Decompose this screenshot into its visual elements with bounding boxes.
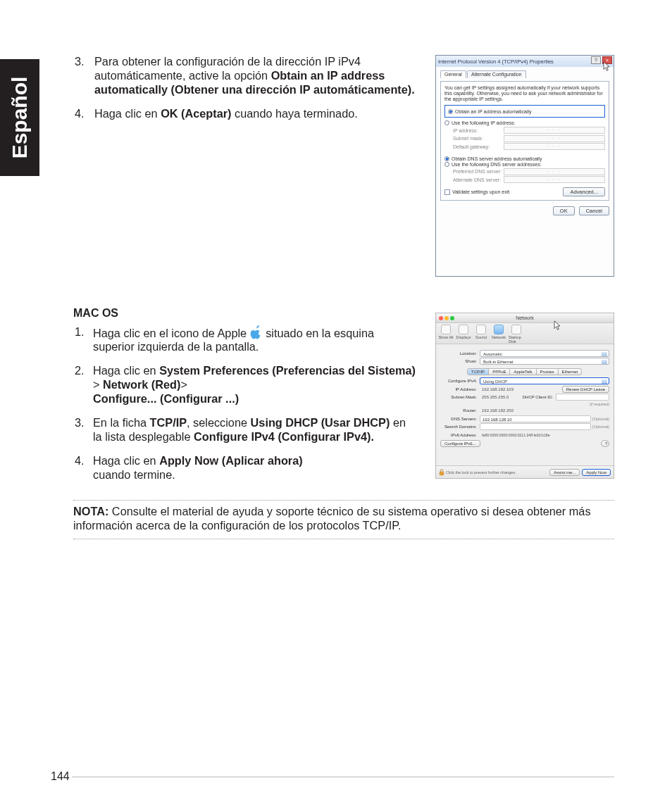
cancel-button[interactable]: Cancel — [579, 206, 609, 215]
subnet-field[interactable] — [504, 135, 605, 142]
location-select[interactable]: Automatic — [480, 350, 609, 357]
radio-use-dns[interactable]: Use the following DNS server addresses: — [444, 162, 605, 167]
subtab-pppoe[interactable]: PPPoE — [488, 368, 510, 375]
assist-me-button[interactable]: Assist me... — [549, 469, 580, 476]
subtab-tcpip[interactable]: TCP/IP — [467, 368, 489, 375]
ip-address-field[interactable] — [504, 127, 605, 134]
label-ip: IP address: — [453, 128, 504, 133]
dotted-divider — [73, 500, 614, 501]
select-value: Built-in Ethernet — [483, 358, 514, 365]
mac-step-1: Haga clic en el icono de Apple situado e… — [93, 325, 417, 355]
label-ipv6: IPv6 Address: — [440, 433, 480, 437]
label-location: Location: — [440, 351, 480, 356]
renew-lease-button[interactable]: Renew DHCP Lease — [562, 386, 609, 393]
note-label: NOTA: — [73, 505, 108, 517]
windows-ipv4-dialog: Internet Protocol Version 4 (TCP/IPv4) P… — [435, 55, 614, 277]
close-button[interactable]: × — [602, 56, 612, 64]
bold-text: Apply Now (Aplicar ahora) — [159, 454, 303, 467]
label-gateway: Default gateway: — [453, 144, 504, 149]
page-footer-line — [72, 777, 614, 777]
network-icon — [494, 325, 504, 334]
page-number: 144 — [51, 770, 70, 783]
text: Haga clic en el icono de Apple — [93, 327, 250, 339]
subtab-proxies[interactable]: Proxies — [536, 368, 559, 375]
checkbox-label: Validate settings upon exit — [452, 189, 509, 194]
toolbar-sound[interactable]: Sound — [473, 325, 489, 339]
windows-step-4: Haga clic en OK (Aceptar) cuando haya te… — [93, 107, 417, 121]
mac-titlebar[interactable]: Network — [436, 313, 614, 323]
toolbar-network[interactable]: Network — [491, 325, 506, 339]
label-subnet: Subnet mask: — [453, 136, 504, 141]
note-paragraph: NOTA: Consulte el material de ayuda y so… — [73, 505, 614, 533]
radio-obtain-ip[interactable]: Obtain an IP address automatically — [448, 109, 602, 114]
search-domains-field[interactable] — [480, 423, 591, 430]
advanced-button[interactable]: Advanced... — [563, 187, 605, 196]
dhcp-client-id-field[interactable] — [556, 394, 609, 401]
tab-general[interactable]: General — [440, 70, 466, 78]
apply-now-button[interactable]: Apply Now — [582, 469, 611, 476]
dialog-description: You can get IP settings assigned automat… — [444, 85, 605, 102]
configure-ipv6-button[interactable]: Configure IPv6... — [440, 440, 480, 447]
help-button[interactable]: ? — [601, 440, 609, 447]
label-alt-dns: Alternate DNS server: — [453, 177, 504, 182]
radio-use-ip[interactable]: Use the following IP address: — [444, 120, 605, 125]
tab-alternate[interactable]: Alternate Configuration — [467, 70, 526, 78]
label-configure-ipv4: Configure IPv4: — [440, 379, 480, 383]
mac-toolbar: Show All Displays Sound Network Startup … — [436, 323, 614, 344]
radio-icon — [444, 162, 449, 167]
label-dns: DNS Servers: — [440, 417, 480, 421]
language-tab: Español — [0, 59, 39, 176]
dns-servers-field[interactable]: 192.168.128.10 — [480, 415, 591, 422]
toolbar-displays[interactable]: Displays — [456, 325, 471, 339]
toolbar-label: Displays — [456, 335, 471, 339]
ok-button[interactable]: OK — [553, 206, 575, 215]
hint-text: (Optional) — [592, 417, 609, 421]
subtab-appletalk[interactable]: AppleTalk — [509, 368, 536, 375]
windows-step-3: Para obtener la configuración de la dire… — [93, 55, 417, 97]
label-dhcp-client: DHCP Client ID: — [522, 395, 556, 399]
radio-label: Obtain DNS server address automatically — [452, 156, 542, 161]
toolbar-label: Sound — [475, 335, 487, 339]
note-text: Consulte el material de ayuda y soporte … — [73, 505, 591, 532]
radio-icon — [448, 109, 453, 114]
mac-step-3: En la ficha TCP/IP, seleccione Using DHC… — [93, 416, 417, 444]
bold-text: Configure... (Configurar ...) — [93, 392, 239, 405]
pref-dns-field[interactable] — [504, 168, 605, 175]
gateway-field[interactable] — [504, 143, 605, 150]
mac-window-title: Network — [436, 315, 614, 320]
text: Haga clic en — [93, 454, 159, 467]
toolbar-showall[interactable]: Show All — [438, 325, 454, 339]
toolbar-label: Show All — [438, 335, 453, 339]
lock-text: Click the lock to prevent further change… — [446, 470, 516, 475]
startup-disk-icon — [511, 325, 521, 334]
dialog-titlebar[interactable]: Internet Protocol Version 4 (TCP/IPv4) P… — [436, 56, 614, 67]
text: , seleccione — [187, 416, 251, 429]
show-select[interactable]: Built-in Ethernet — [480, 358, 609, 365]
radio-obtain-dns[interactable]: Obtain DNS server address automatically — [444, 156, 605, 161]
radio-icon — [444, 156, 449, 161]
subtab-ethernet[interactable]: Ethernet — [558, 368, 583, 375]
bold-text: System Preferences (Preferencias del Sis… — [159, 364, 416, 377]
checkbox-icon — [444, 189, 450, 195]
text: Haga clic en — [94, 107, 161, 120]
lock-icon — [439, 469, 444, 476]
lock-row[interactable]: Click the lock to prevent further change… — [439, 469, 516, 476]
label-ip: IP Address: — [440, 387, 480, 391]
dotted-divider — [73, 539, 614, 539]
help-button[interactable]: ? — [591, 56, 601, 64]
bold-text: OK (Aceptar) — [161, 107, 231, 120]
hint-text: (Optional) — [592, 425, 609, 429]
hint-text: (if required) — [590, 402, 609, 406]
mac-subtabs: TCP/IP PPPoE AppleTalk Proxies Ethernet — [440, 368, 609, 375]
validate-checkbox-row[interactable]: Validate settings upon exit Advanced... — [444, 187, 605, 196]
toolbar-startup[interactable]: Startup Disk — [509, 325, 524, 344]
text: > — [93, 378, 103, 391]
radio-label: Use the following IP address: — [452, 120, 516, 125]
sound-icon — [476, 325, 486, 334]
alt-dns-field[interactable] — [504, 176, 605, 183]
configure-ipv4-select[interactable]: Using DHCP — [480, 377, 609, 384]
language-tab-label: Español — [8, 77, 32, 159]
text: cuando termine. — [93, 468, 175, 481]
label-search-domains: Search Domains: — [440, 425, 480, 429]
value-subnet: 255.255.255.0 — [480, 394, 522, 401]
